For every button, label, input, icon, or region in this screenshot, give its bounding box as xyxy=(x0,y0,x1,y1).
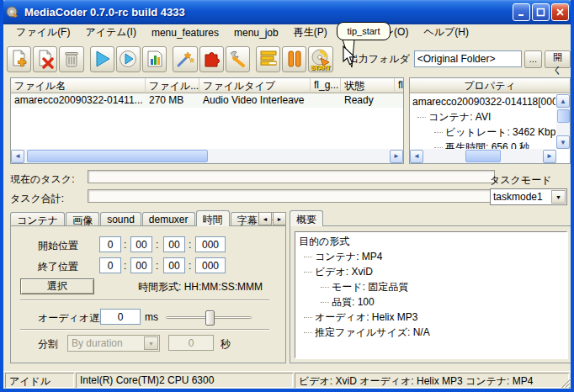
tree-item[interactable]: ビットレート: 3462 Kbps xyxy=(411,124,555,140)
tree-item[interactable]: ビデオ: XviD xyxy=(297,264,566,279)
wizard-button[interactable] xyxy=(173,46,197,72)
menu-item-file[interactable]: ファイル(F) xyxy=(8,24,77,41)
tab-summary[interactable]: 概要 xyxy=(290,210,323,226)
maximize-button[interactable] xyxy=(532,3,550,21)
task-mode-combobox[interactable]: taskmode1 ▼ xyxy=(490,188,567,205)
column-header-fl[interactable]: fl xyxy=(395,78,404,93)
tree-item[interactable]: コンテナ: AVI xyxy=(411,109,555,124)
tree-item[interactable]: amarecco20090322-014118[000].. xyxy=(411,94,555,109)
scroll-right-icon[interactable]: ► xyxy=(543,150,556,163)
minimize-button[interactable] xyxy=(513,3,530,21)
tab-demuxer[interactable]: demuxer xyxy=(142,212,195,226)
time-colon: : xyxy=(156,239,158,251)
start-hh-input[interactable] xyxy=(99,236,121,252)
end-hh-input[interactable] xyxy=(99,257,121,273)
time-colon: : xyxy=(124,239,126,251)
tab-scroll-buttons: ◄ ► xyxy=(258,212,286,225)
scroll-up-icon[interactable]: ▲ xyxy=(556,94,570,108)
tab-time[interactable]: 時間 xyxy=(196,210,230,226)
trash-icon xyxy=(61,49,82,69)
column-header-filetype[interactable]: ファイルタイプ xyxy=(199,78,311,93)
end-mm-input[interactable] xyxy=(130,257,152,273)
property-tree: amarecco20090322-014118[000].. コンテナ: AVI… xyxy=(411,94,555,149)
time-colon: : xyxy=(124,260,126,272)
queue-button[interactable] xyxy=(256,46,280,72)
tree-item[interactable]: コンテナ: MP4 xyxy=(297,249,566,264)
menu-item-item[interactable]: アイテム(I) xyxy=(77,24,143,41)
scroll-left-icon[interactable]: ◄ xyxy=(11,150,24,163)
separator xyxy=(20,329,269,331)
property-vscroll-thumb[interactable] xyxy=(557,109,570,123)
play-button[interactable] xyxy=(90,46,114,72)
menu-item-help[interactable]: ヘルプ(H) xyxy=(416,24,476,41)
tree-item[interactable]: 目的の形式 xyxy=(297,234,566,249)
tree-item[interactable]: オーディオ: Helix MP3 xyxy=(297,310,566,325)
menu-item-play[interactable]: 再生(P) xyxy=(286,24,335,41)
property-hscrollbar[interactable]: ◄ ► xyxy=(410,149,556,163)
pause-button[interactable] xyxy=(282,46,306,72)
menu-item-job[interactable]: menu_job xyxy=(226,25,286,40)
dropdown-arrow-icon[interactable]: ▼ xyxy=(551,190,566,204)
open-folder-button[interactable]: 開く xyxy=(545,50,571,68)
output-folder-input[interactable] xyxy=(414,50,522,67)
settings-tabstrip: コンテナ 画像 sound demuxer 時間 字幕 テ ◄ ► xyxy=(10,210,286,226)
browse-folder-button[interactable]: ... xyxy=(524,50,542,68)
scroll-left-icon[interactable]: ◄ xyxy=(410,150,423,163)
current-task-progressbar xyxy=(88,170,495,183)
start-button[interactable]: START xyxy=(308,46,332,72)
end-mmm-input[interactable] xyxy=(195,257,226,273)
close-button[interactable] xyxy=(551,3,569,21)
start-mmm-input[interactable] xyxy=(195,236,226,252)
column-header-status[interactable]: 状態 xyxy=(341,78,395,93)
tree-item[interactable]: 品質: 100 xyxy=(297,294,566,310)
settings-button[interactable] xyxy=(226,46,250,72)
magic-wand-icon xyxy=(175,49,195,69)
end-ss-input[interactable] xyxy=(163,257,185,273)
tab-picture[interactable]: 画像 xyxy=(66,212,99,226)
task-list-icon xyxy=(258,49,279,69)
tab-sound[interactable]: sound xyxy=(100,212,141,226)
current-task-label: 現在のタスク: xyxy=(10,172,74,187)
menu-item-features[interactable]: menu_features xyxy=(144,25,226,40)
remove-file-button[interactable] xyxy=(33,46,57,72)
column-header-filename[interactable]: ファイル名 xyxy=(11,78,146,93)
statistics-button[interactable] xyxy=(142,46,167,72)
file-list-hscroll-thumb[interactable] xyxy=(27,150,208,162)
tooltip-balloon: tip_start xyxy=(337,22,391,40)
tree-item[interactable]: 推定ファイルサイズ: N/A xyxy=(297,325,566,340)
title-bar[interactable]: MediaCoder 0.7.0-rc build 4333 xyxy=(0,0,574,24)
resize-grip[interactable] xyxy=(559,377,571,389)
total-task-progressbar xyxy=(88,189,495,203)
tooltip-text: tip_start xyxy=(347,26,380,36)
column-header-filesize[interactable]: ファイル... xyxy=(146,78,199,93)
tab-container[interactable]: コンテナ xyxy=(10,212,65,226)
audio-delay-input[interactable] xyxy=(100,309,141,325)
property-hscroll-thumb[interactable] xyxy=(465,150,501,162)
tree-item[interactable]: モード: 固定品質 xyxy=(297,279,566,294)
preview-play-icon xyxy=(118,49,138,69)
tree-item[interactable]: 再生時間: 656.0 秒 xyxy=(411,140,555,149)
scroll-right-icon[interactable]: ► xyxy=(390,150,403,163)
time-colon: : xyxy=(189,260,191,272)
column-header-fl-g[interactable]: fl_g... xyxy=(311,78,341,93)
property-header[interactable]: プロパティ xyxy=(410,78,570,93)
tab-prev-icon[interactable]: ◄ xyxy=(258,212,272,225)
add-file-button[interactable] xyxy=(7,46,31,72)
start-ss-input[interactable] xyxy=(163,236,185,252)
scroll-down-icon[interactable]: ▼ xyxy=(556,135,570,149)
audio-delay-slider-thumb[interactable] xyxy=(205,310,215,326)
pause-icon xyxy=(284,49,305,69)
split-mode-combobox: By duration ▼ xyxy=(67,335,160,352)
clear-list-button[interactable] xyxy=(59,46,83,72)
file-row[interactable]: amarecco20090322-01411... 270 MB Audio V… xyxy=(11,93,403,108)
select-range-button[interactable]: 選択 xyxy=(20,278,94,294)
property-vscrollbar[interactable]: ▲ ▼ xyxy=(556,94,570,149)
preview-button[interactable] xyxy=(116,46,141,72)
puzzle-icon xyxy=(201,49,221,69)
app-window: MediaCoder 0.7.0-rc build 4333 ファイル(F) ア… xyxy=(0,0,574,392)
plugins-button[interactable] xyxy=(199,46,224,72)
file-list-hscrollbar[interactable]: ◄ ► xyxy=(11,149,403,163)
file-list-header: ファイル名 ファイル... ファイルタイプ fl_g... 状態 fl xyxy=(11,78,403,93)
tab-next-icon[interactable]: ► xyxy=(273,212,286,225)
start-mm-input[interactable] xyxy=(130,236,152,252)
